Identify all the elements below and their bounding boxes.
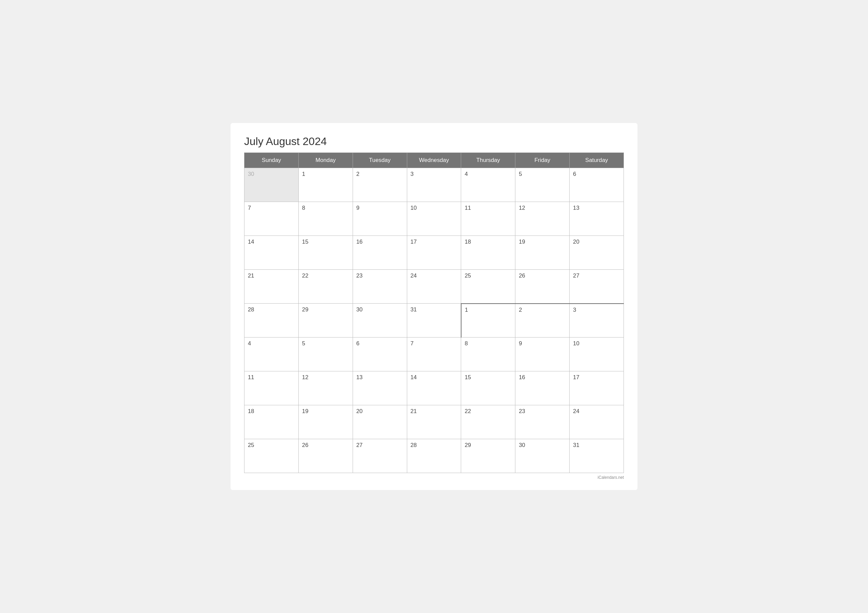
calendar-day-cell: 21	[407, 405, 461, 439]
calendar-day-cell: 19	[298, 405, 353, 439]
calendar-week-row: 25262728293031	[245, 439, 624, 473]
calendar-day-cell: 30	[515, 439, 570, 473]
calendar-day-cell: 11	[245, 372, 299, 405]
calendar-day-cell: 23	[353, 270, 407, 303]
calendar-day-cell: 28	[407, 439, 461, 473]
calendar-day-cell: 30	[353, 303, 407, 337]
calendar-day-cell: 2	[515, 303, 570, 337]
calendar-day-cell: 13	[353, 372, 407, 405]
calendar-week-row: 21222324252627	[245, 270, 624, 303]
calendar-day-cell: 4	[245, 337, 299, 372]
calendar-day-cell: 7	[245, 202, 299, 236]
calendar-day-cell: 20	[353, 405, 407, 439]
calendar-day-cell: 7	[407, 337, 461, 372]
calendar-week-row: 28293031123	[245, 303, 624, 337]
calendar-week-row: 30123456	[245, 168, 624, 202]
calendar-day-cell: 29	[298, 303, 353, 337]
calendar-day-cell: 31	[570, 439, 624, 473]
calendar-day-cell: 28	[245, 303, 299, 337]
day-header-friday: Friday	[515, 153, 570, 168]
calendar-day-cell: 30	[245, 168, 299, 202]
calendar-day-cell: 21	[245, 270, 299, 303]
calendar-day-cell: 3	[570, 303, 624, 337]
day-header-monday: Monday	[298, 153, 353, 168]
calendar-day-cell: 27	[353, 439, 407, 473]
calendar-day-cell: 16	[515, 372, 570, 405]
calendar-day-cell: 3	[407, 168, 461, 202]
calendar-day-cell: 6	[570, 168, 624, 202]
day-header-sunday: Sunday	[245, 153, 299, 168]
calendar-day-cell: 27	[570, 270, 624, 303]
calendar-day-cell: 24	[407, 270, 461, 303]
day-header-wednesday: Wednesday	[407, 153, 461, 168]
calendar-day-cell: 31	[407, 303, 461, 337]
calendar-day-cell: 25	[461, 270, 515, 303]
calendar-day-cell: 15	[298, 236, 353, 270]
calendar-day-cell: 9	[515, 337, 570, 372]
calendar-footer: iCalendars.net	[244, 475, 624, 480]
day-header-thursday: Thursday	[461, 153, 515, 168]
calendar-day-cell: 5	[298, 337, 353, 372]
calendar-day-cell: 14	[407, 372, 461, 405]
calendar-day-cell: 13	[570, 202, 624, 236]
calendar-day-cell: 1	[298, 168, 353, 202]
calendar-day-cell: 16	[353, 236, 407, 270]
calendar-day-cell: 9	[353, 202, 407, 236]
calendar-day-cell: 6	[353, 337, 407, 372]
calendar-day-cell: 12	[298, 372, 353, 405]
calendar-day-cell: 20	[570, 236, 624, 270]
calendar-day-cell: 10	[570, 337, 624, 372]
calendar-day-cell: 4	[461, 168, 515, 202]
calendar-header-row: SundayMondayTuesdayWednesdayThursdayFrid…	[245, 153, 624, 168]
calendar-week-row: 14151617181920	[245, 236, 624, 270]
calendar-day-cell: 17	[570, 372, 624, 405]
calendar-table: SundayMondayTuesdayWednesdayThursdayFrid…	[244, 152, 624, 473]
calendar-day-cell: 12	[515, 202, 570, 236]
calendar-body: 3012345678910111213141516171819202122232…	[245, 168, 624, 473]
calendar-day-cell: 23	[515, 405, 570, 439]
day-header-saturday: Saturday	[570, 153, 624, 168]
calendar-day-cell: 19	[515, 236, 570, 270]
calendar-day-cell: 25	[245, 439, 299, 473]
calendar-week-row: 18192021222324	[245, 405, 624, 439]
calendar-day-cell: 26	[515, 270, 570, 303]
calendar-title: July August 2024	[244, 135, 624, 148]
calendar-day-cell: 29	[461, 439, 515, 473]
calendar-day-cell: 22	[461, 405, 515, 439]
calendar-day-cell: 26	[298, 439, 353, 473]
calendar-day-cell: 18	[245, 405, 299, 439]
calendar-day-cell: 2	[353, 168, 407, 202]
calendar-day-cell: 17	[407, 236, 461, 270]
calendar-day-cell: 11	[461, 202, 515, 236]
calendar-day-cell: 8	[461, 337, 515, 372]
calendar-container: July August 2024 SundayMondayTuesdayWedn…	[231, 123, 637, 490]
day-header-tuesday: Tuesday	[353, 153, 407, 168]
calendar-week-row: 45678910	[245, 337, 624, 372]
calendar-day-cell: 22	[298, 270, 353, 303]
calendar-week-row: 78910111213	[245, 202, 624, 236]
calendar-day-cell: 8	[298, 202, 353, 236]
calendar-day-cell: 14	[245, 236, 299, 270]
calendar-week-row: 11121314151617	[245, 372, 624, 405]
calendar-day-cell: 10	[407, 202, 461, 236]
calendar-day-cell: 24	[570, 405, 624, 439]
calendar-day-cell: 5	[515, 168, 570, 202]
calendar-header: SundayMondayTuesdayWednesdayThursdayFrid…	[245, 153, 624, 168]
calendar-day-cell: 15	[461, 372, 515, 405]
calendar-day-cell: 1	[461, 303, 515, 337]
calendar-day-cell: 18	[461, 236, 515, 270]
